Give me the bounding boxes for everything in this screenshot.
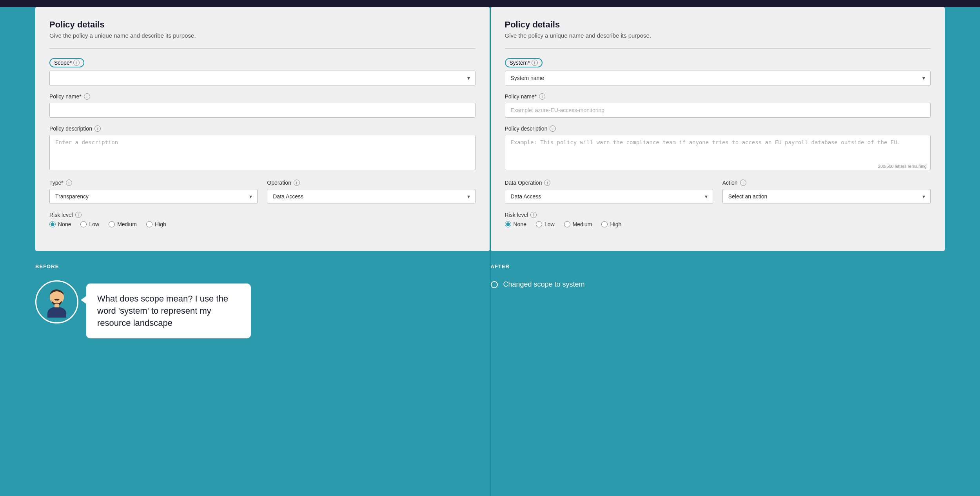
- action-select[interactable]: Select an action: [722, 189, 931, 204]
- before-risk-high[interactable]: High: [146, 221, 166, 227]
- scope-label-box: Scope* i: [49, 58, 84, 67]
- avatar-speech-container: What does scope mean? I use the word 'sy…: [35, 280, 490, 338]
- data-op-group: Data Operation i Data Access Data Write: [505, 180, 713, 204]
- after-policy-desc-label-row: Policy description i: [505, 125, 931, 132]
- before-policy-desc-textarea[interactable]: [49, 135, 475, 170]
- before-type-group: Type* i Transparency Access Control Audi…: [49, 180, 258, 204]
- before-type-label-row: Type* i: [49, 180, 258, 186]
- before-operation-label: Operation: [267, 180, 291, 186]
- action-label: Action: [722, 180, 738, 186]
- before-policy-name-input[interactable]: [49, 103, 475, 118]
- before-type-select-wrapper: Transparency Access Control Audit: [49, 189, 258, 204]
- top-bar: [0, 0, 980, 7]
- after-risk-medium[interactable]: Medium: [564, 221, 592, 227]
- before-card-subtitle: Give the policy a unique name and descri…: [49, 32, 475, 39]
- scope-label-row: Scope* i: [49, 58, 475, 67]
- before-policy-desc-label-row: Policy description i: [49, 125, 475, 132]
- system-info-icon[interactable]: i: [532, 60, 538, 66]
- after-card-title: Policy details: [505, 20, 931, 30]
- after-risk-high[interactable]: High: [601, 221, 621, 227]
- after-policy-name-group: Policy name* i: [505, 93, 931, 118]
- before-risk-group: Risk level i None Low Medium: [49, 212, 475, 227]
- after-policy-desc-textarea[interactable]: [505, 135, 931, 170]
- before-risk-low[interactable]: Low: [80, 221, 99, 227]
- scope-label-text: Scope*: [54, 60, 72, 66]
- action-info-icon[interactable]: i: [740, 180, 746, 186]
- before-bottom-section: BEFORE: [35, 251, 490, 496]
- after-change-item: Changed scope to system: [491, 280, 945, 289]
- after-risk-info-icon[interactable]: i: [530, 212, 537, 218]
- scope-field-group: Scope* i: [49, 58, 475, 85]
- data-op-label: Data Operation: [505, 180, 542, 186]
- speech-bubble: What does scope mean? I use the word 'sy…: [86, 283, 251, 338]
- scope-select-wrapper: [49, 71, 475, 85]
- after-policy-desc-info-icon[interactable]: i: [550, 125, 556, 132]
- after-divider: [505, 48, 931, 49]
- after-policy-name-info-icon[interactable]: i: [539, 93, 545, 100]
- before-operation-select[interactable]: Data Access Data Write Data Delete: [267, 189, 475, 204]
- data-op-select-wrapper: Data Access Data Write: [505, 189, 713, 204]
- right-panel: Policy details Give the policy a unique …: [491, 7, 980, 496]
- before-policy-desc-group: Policy description i: [49, 125, 475, 172]
- before-policy-name-label: Policy name*: [49, 93, 82, 100]
- after-bottom-section: AFTER Changed scope to system: [491, 251, 945, 496]
- before-policy-desc-info-icon[interactable]: i: [94, 125, 101, 132]
- data-op-info-icon[interactable]: i: [544, 180, 550, 186]
- after-risk-none[interactable]: None: [505, 221, 526, 227]
- before-risk-info-icon[interactable]: i: [75, 212, 82, 218]
- system-field-group: System* i System name: [505, 58, 931, 85]
- speech-text: What does scope mean? I use the word 'sy…: [97, 294, 228, 328]
- before-policy-name-info-icon[interactable]: i: [84, 93, 90, 100]
- after-policy-name-label-row: Policy name* i: [505, 93, 931, 100]
- change-text: Changed scope to system: [503, 280, 585, 289]
- before-form-card: Policy details Give the policy a unique …: [35, 7, 490, 251]
- char-count: 200/500 letters remaining: [878, 164, 927, 169]
- avatar-circle: [35, 280, 78, 323]
- after-data-op-action-row: Data Operation i Data Access Data Write …: [505, 180, 931, 212]
- before-risk-none[interactable]: None: [49, 221, 71, 227]
- before-card-title: Policy details: [49, 20, 475, 30]
- before-policy-desc-label: Policy description: [49, 125, 92, 132]
- after-policy-name-input[interactable]: [505, 103, 931, 118]
- after-risk-options-row: None Low Medium High: [505, 221, 931, 227]
- action-select-wrapper: Select an action: [722, 189, 931, 204]
- before-type-label: Type*: [49, 180, 64, 186]
- before-type-select[interactable]: Transparency Access Control Audit: [49, 189, 258, 204]
- before-operation-group: Operation i Data Access Data Write Data …: [267, 180, 475, 204]
- before-risk-medium[interactable]: Medium: [109, 221, 137, 227]
- after-policy-desc-wrapper: 200/500 letters remaining: [505, 135, 931, 172]
- after-risk-low[interactable]: Low: [536, 221, 555, 227]
- avatar-icon: [41, 286, 73, 318]
- change-dot-icon: [491, 281, 498, 288]
- before-label: BEFORE: [35, 263, 490, 269]
- system-select[interactable]: System name: [505, 71, 931, 85]
- before-type-info-icon[interactable]: i: [66, 180, 72, 186]
- after-risk-label: Risk level: [505, 212, 528, 218]
- after-risk-label-row: Risk level i: [505, 212, 931, 218]
- system-label-box: System* i: [505, 58, 543, 67]
- before-operation-label-row: Operation i: [267, 180, 475, 186]
- left-panel: Policy details Give the policy a unique …: [0, 7, 490, 496]
- before-risk-label: Risk level: [49, 212, 73, 218]
- before-policy-name-group: Policy name* i: [49, 93, 475, 118]
- system-select-wrapper: System name: [505, 71, 931, 85]
- scope-select[interactable]: [49, 71, 475, 85]
- after-policy-desc-label: Policy description: [505, 125, 548, 132]
- before-divider: [49, 48, 475, 49]
- after-policy-desc-group: Policy description i 200/500 letters rem…: [505, 125, 931, 172]
- before-policy-name-label-row: Policy name* i: [49, 93, 475, 100]
- action-group: Action i Select an action: [722, 180, 931, 204]
- after-form-card: Policy details Give the policy a unique …: [491, 7, 945, 251]
- before-risk-options-row: None Low Medium High: [49, 221, 475, 227]
- after-risk-group: Risk level i None Low Medium: [505, 212, 931, 227]
- before-operation-info-icon[interactable]: i: [294, 180, 300, 186]
- before-type-operation-row: Type* i Transparency Access Control Audi…: [49, 180, 475, 212]
- system-label-text: System*: [510, 60, 530, 66]
- after-label: AFTER: [491, 263, 945, 269]
- data-op-label-row: Data Operation i: [505, 180, 713, 186]
- before-operation-select-wrapper: Data Access Data Write Data Delete: [267, 189, 475, 204]
- data-op-select[interactable]: Data Access Data Write: [505, 189, 713, 204]
- svg-rect-2: [54, 304, 59, 307]
- before-risk-label-row: Risk level i: [49, 212, 475, 218]
- scope-info-icon[interactable]: i: [73, 60, 80, 66]
